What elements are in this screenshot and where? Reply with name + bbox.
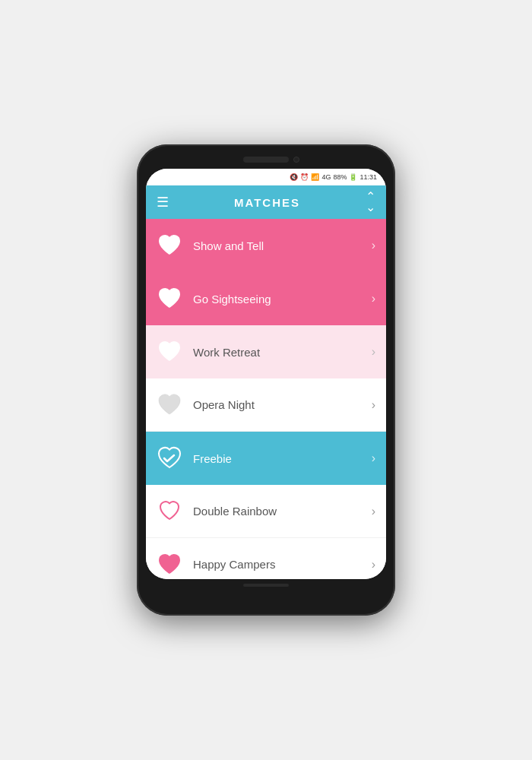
heart-icon-freebie — [157, 445, 182, 471]
heart-icon-go-sightseeing — [157, 286, 182, 312]
battery-icon: 🔋 — [349, 173, 357, 181]
phone-home-bar — [243, 584, 289, 587]
battery-text: 88% — [333, 173, 347, 181]
signal-text: 4G — [321, 173, 331, 181]
list-item[interactable]: Opera Night › — [146, 378, 386, 432]
list-item-label: Double Rainbow — [193, 505, 372, 518]
phone-frame: 🔇 ⏰ 📶 4G 88% 🔋 11:31 ☰ MATCHES ⌃ ⌄ — [137, 144, 395, 616]
mute-icon: 🔇 — [290, 173, 298, 181]
matches-list: Show and Tell › Go Sightseeing › — [146, 219, 386, 579]
phone-camera — [293, 157, 299, 163]
list-item-label: Work Retreat — [193, 346, 372, 359]
chevron-right-icon: › — [372, 345, 375, 359]
phone-speaker — [243, 157, 289, 163]
list-item[interactable]: Happy Campers › — [146, 538, 386, 579]
status-icons: 🔇 ⏰ 📶 4G 88% 🔋 11:31 — [290, 173, 377, 181]
status-bar: 🔇 ⏰ 📶 4G 88% 🔋 11:31 — [146, 169, 386, 185]
phone-screen: 🔇 ⏰ 📶 4G 88% 🔋 11:31 ☰ MATCHES ⌃ ⌄ — [146, 169, 386, 579]
alarm-icon: ⏰ — [300, 173, 309, 181]
list-item[interactable]: Double Rainbow › — [146, 485, 386, 538]
header-title: MATCHES — [234, 196, 300, 209]
heart-icon-happy-campers — [157, 552, 182, 578]
list-item-label: Happy Campers — [193, 558, 372, 571]
chevron-down-icon: ⌄ — [366, 202, 375, 213]
list-item[interactable]: Show and Tell › — [146, 219, 386, 272]
heart-icon-opera-night — [157, 392, 182, 418]
chevron-right-icon: › — [372, 505, 375, 518]
app-header: ☰ MATCHES ⌃ ⌄ — [146, 185, 386, 219]
list-item[interactable]: Work Retreat › — [146, 325, 386, 378]
list-item-label: Freebie — [193, 452, 372, 465]
chevron-right-icon: › — [372, 292, 375, 306]
list-item-label: Go Sightseeing — [193, 293, 372, 306]
heart-icon-show-and-tell — [157, 233, 182, 258]
heart-icon-double-rainbow — [157, 499, 182, 524]
chevron-right-icon: › — [372, 558, 375, 572]
heart-icon-work-retreat — [157, 339, 182, 365]
list-item[interactable]: Freebie › — [146, 432, 386, 485]
wifi-icon: 📶 — [311, 173, 319, 181]
chevron-right-icon: › — [372, 239, 375, 252]
list-item-label: Opera Night — [193, 398, 372, 411]
sort-button[interactable]: ⌃ ⌄ — [366, 192, 375, 214]
time-display: 11:31 — [359, 173, 377, 181]
list-item-label: Show and Tell — [193, 239, 372, 252]
chevron-right-icon: › — [372, 451, 375, 465]
list-item[interactable]: Go Sightseeing › — [146, 272, 386, 325]
chevron-right-icon: › — [372, 398, 375, 412]
hamburger-icon[interactable]: ☰ — [157, 195, 169, 209]
